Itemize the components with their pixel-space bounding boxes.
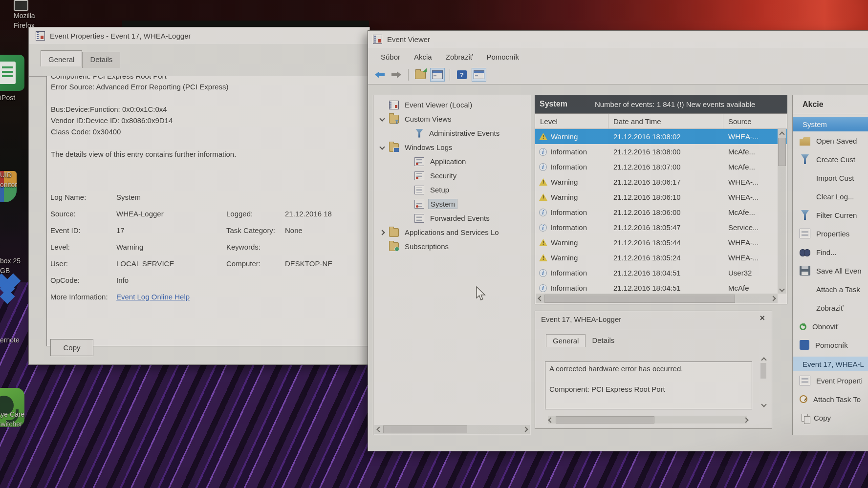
level-text: Warning (551, 238, 578, 247)
detail-tab-general[interactable]: General (546, 334, 586, 347)
event-row[interactable]: Warning 21.12.2016 18:05:44 WHEA-... (535, 235, 787, 250)
event-log-online-help-link[interactable]: Event Log Online Help (116, 293, 190, 301)
action-item[interactable]: Create Cust (793, 150, 868, 169)
event-row[interactable]: Warning 21.12.2016 18:05:24 WHEA-... (535, 250, 787, 265)
tree-item[interactable]: Applications and Services Lo (373, 225, 531, 239)
tab-details[interactable]: Details (82, 52, 120, 68)
scroll-down-arrow[interactable] (761, 400, 766, 409)
action-item[interactable]: Properties (793, 224, 868, 243)
scroll-right-arrow[interactable] (521, 425, 530, 433)
dropbox-icon[interactable] (0, 275, 22, 302)
tree-chevron-icon[interactable] (402, 185, 414, 195)
tree-chevron-icon[interactable] (376, 114, 389, 124)
event-row[interactable]: Information 21.12.2016 18:07:00 McAfe... (535, 159, 787, 174)
tree-item[interactable]: Application (373, 154, 531, 169)
menu-item[interactable]: Pomocník (479, 53, 526, 61)
tree-item[interactable]: Setup (373, 183, 531, 197)
action-item[interactable]: Find... (793, 243, 868, 261)
tree-item[interactable]: Custom Views (373, 112, 531, 126)
forward-button[interactable] (390, 68, 403, 81)
action-item[interactable]: Event Properti (793, 371, 868, 390)
scroll-left-arrow[interactable] (546, 416, 554, 424)
tree-chevron-icon[interactable] (376, 100, 389, 110)
event-list: Level Date and Time Source Warning 21.12… (535, 113, 787, 304)
dialog-titlebar[interactable]: Event Properties - Event 17, WHEA-Logger (29, 27, 369, 44)
tab-general[interactable]: General (41, 50, 82, 66)
tree-item[interactable]: Event Viewer (Local) (373, 98, 531, 112)
action-item[interactable]: Zobraziť (793, 298, 868, 317)
menu-item[interactable]: Akcia (407, 53, 439, 61)
tree-item[interactable]: System (373, 197, 531, 211)
tree-item[interactable]: Security (373, 169, 531, 183)
action-item[interactable]: Clear Log... (793, 187, 868, 206)
scrollbar-thumb[interactable] (544, 295, 735, 303)
menu-item[interactable]: Súbor (374, 53, 407, 61)
action-item[interactable]: Filter Curren (793, 206, 868, 224)
action-item[interactable]: Attach Task To (793, 390, 868, 408)
action-item[interactable]: Obnoviť (793, 317, 868, 336)
tree-chevron-icon[interactable] (376, 228, 389, 237)
scroll-right-arrow[interactable] (742, 416, 750, 424)
scroll-down-arrow[interactable] (778, 285, 786, 294)
detail-horizontal-scrollbar[interactable] (548, 416, 747, 424)
action-icon (801, 154, 809, 164)
action-item[interactable]: Copy (793, 408, 868, 427)
action-item[interactable]: Import Cust (793, 169, 868, 187)
copy-button[interactable]: Copy (50, 339, 93, 356)
event-row[interactable]: Information 21.12.2016 18:04:51 User32 (535, 265, 787, 280)
event-row[interactable]: Information 21.12.2016 18:08:00 McAfe... (535, 144, 787, 159)
scrollbar-thumb[interactable] (760, 363, 766, 379)
event-viewer-titlebar[interactable]: Event Viewer (368, 31, 868, 48)
action-label: Save All Even (816, 267, 862, 275)
scroll-up-arrow[interactable] (778, 129, 786, 137)
action-pane-button[interactable] (472, 68, 486, 82)
action-item[interactable]: Attach a Task (793, 280, 868, 298)
actions-section-event[interactable]: Event 17, WHEA-L (793, 357, 868, 371)
scrollbar-thumb[interactable] (556, 416, 654, 424)
tree-chevron-icon[interactable] (376, 242, 389, 252)
list-vertical-scrollbar[interactable] (778, 129, 786, 294)
column-header-source[interactable]: Source (723, 114, 787, 128)
tree-item[interactable]: Administrative Events (373, 126, 531, 140)
column-header-level[interactable]: Level (535, 114, 608, 128)
tree-chevron-icon[interactable] (376, 143, 389, 152)
tree-chevron-icon[interactable] (402, 157, 414, 167)
tree-item[interactable]: Forwarded Events (373, 211, 531, 225)
action-label: Import Cust (816, 174, 854, 182)
scrollbar-thumb[interactable] (778, 138, 786, 166)
event-viewer-icon (373, 35, 382, 44)
tree-chevron-icon[interactable] (402, 171, 414, 181)
tree-horizontal-scrollbar[interactable] (374, 425, 530, 434)
action-item[interactable]: Open Saved (793, 131, 868, 150)
help-button[interactable]: ? (455, 68, 469, 81)
scrollbar-thumb[interactable] (383, 425, 467, 433)
event-row[interactable]: Warning 21.12.2016 18:08:02 WHEA-... (535, 129, 787, 144)
column-header-date[interactable]: Date and Time (608, 114, 723, 128)
action-item[interactable]: Pomocník (793, 336, 868, 354)
scroll-right-arrow[interactable] (769, 294, 778, 302)
tree-chevron-icon[interactable] (402, 213, 414, 223)
scroll-left-arrow[interactable] (374, 425, 383, 433)
back-button[interactable] (373, 68, 387, 81)
back-icon (375, 71, 385, 78)
tree-chevron-icon[interactable] (402, 199, 414, 209)
console-tree-button[interactable] (430, 68, 445, 82)
open-saved-log-button[interactable] (413, 68, 427, 81)
ipost-icon[interactable] (0, 55, 24, 91)
list-horizontal-scrollbar[interactable] (536, 294, 778, 303)
menu-item[interactable]: Zobraziť (439, 53, 480, 61)
detail-tab-details[interactable]: Details (586, 334, 621, 347)
tree-item[interactable]: Subscriptions (373, 239, 531, 254)
tree-chevron-icon[interactable] (402, 128, 414, 138)
tree-item[interactable]: Windows Logs (373, 140, 531, 154)
event-row[interactable]: Information 21.12.2016 18:06:00 McAfe... (535, 205, 787, 220)
close-icon[interactable]: × (760, 313, 765, 323)
event-row[interactable]: Warning 21.12.2016 18:06:10 WHEA-... (535, 190, 787, 205)
event-row[interactable]: Information 21.12.2016 18:05:47 Service.… (535, 220, 787, 235)
scroll-up-arrow[interactable] (761, 354, 766, 363)
scroll-left-arrow[interactable] (536, 294, 544, 302)
mozilla-firefox-icon[interactable] (14, 0, 28, 11)
action-item[interactable]: Save All Even (793, 261, 868, 280)
event-row[interactable]: Warning 21.12.2016 18:06:17 WHEA-... (535, 174, 787, 190)
actions-section-system[interactable]: System (793, 117, 868, 131)
